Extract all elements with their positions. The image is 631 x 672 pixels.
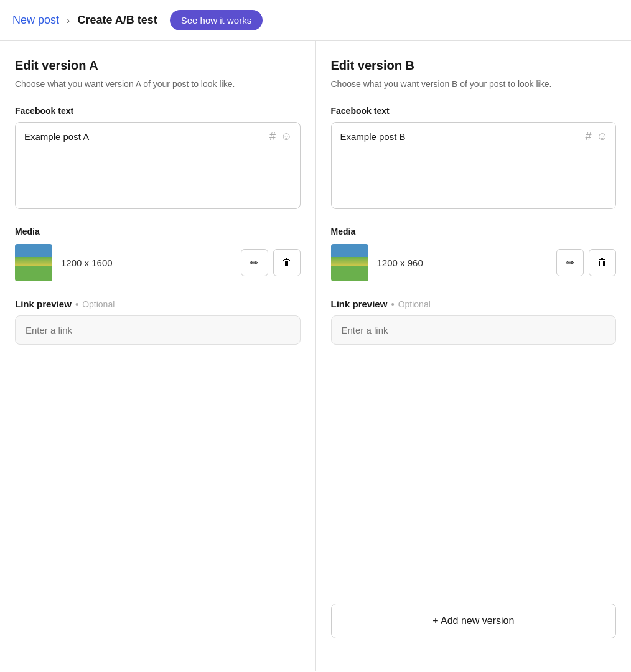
version-b-title: Edit version B [331, 58, 617, 73]
version-a-thumbnail [15, 244, 52, 281]
main-content: Edit version A Choose what you want vers… [0, 41, 631, 671]
version-a-facebook-label: Facebook text [15, 106, 301, 116]
emoji-icon[interactable]: ☺ [281, 130, 292, 143]
version-a-delete-button[interactable]: 🗑 [273, 249, 301, 276]
version-a-link-input[interactable] [15, 315, 301, 345]
version-b-thumbnail [331, 244, 368, 281]
version-a-dimensions: 1200 x 1600 [61, 258, 232, 268]
version-a-panel: Edit version A Choose what you want vers… [0, 41, 316, 671]
edit-icon: ✏ [250, 257, 258, 269]
version-b-facebook-label: Facebook text [331, 106, 617, 116]
breadcrumb-separator: › [67, 15, 70, 26]
version-b-thumb-image [331, 244, 368, 281]
emoji-icon-b[interactable]: ☺ [597, 130, 608, 143]
version-b-content: Edit version B Choose what you want vers… [331, 58, 617, 604]
link-optional-text-b: Optional [398, 299, 431, 309]
version-a-media-section: Media 1200 x 1600 ✏ 🗑 [15, 226, 301, 281]
version-a-link-label: Link preview • Optional [15, 299, 301, 309]
version-a-text-icons: # ☺ [269, 130, 292, 143]
see-how-button[interactable]: See how it works [170, 10, 263, 30]
version-b-media-row: 1200 x 960 ✏ 🗑 [331, 244, 617, 281]
link-preview-text-b: Link preview [331, 299, 388, 309]
version-a-media-row: 1200 x 1600 ✏ 🗑 [15, 244, 301, 281]
link-dot: • [75, 299, 78, 309]
edit-icon-b: ✏ [566, 257, 574, 269]
version-b-link-label: Link preview • Optional [331, 299, 617, 309]
add-version-button[interactable]: + Add new version [331, 604, 617, 638]
link-optional-text: Optional [82, 299, 115, 309]
page-title: Create A/B test [77, 14, 157, 27]
version-b-link-preview: Link preview • Optional [331, 299, 617, 345]
header: New post › Create A/B test See how it wo… [0, 0, 631, 41]
version-b-text-icons: # ☺ [586, 130, 608, 143]
version-a-text-content: Example post A [24, 130, 269, 144]
version-b-link-input[interactable] [331, 315, 617, 345]
trash-icon: 🗑 [282, 257, 292, 268]
version-a-edit-button[interactable]: ✏ [241, 249, 268, 276]
version-a-media-actions: ✏ 🗑 [241, 249, 301, 276]
hash-icon[interactable]: # [269, 130, 276, 143]
version-b-media-label: Media [331, 226, 617, 236]
version-b-edit-button[interactable]: ✏ [556, 249, 584, 276]
version-a-link-preview: Link preview • Optional [15, 299, 301, 345]
version-a-title: Edit version A [15, 58, 301, 73]
link-preview-text: Link preview [15, 299, 72, 309]
version-b-text-content: Example post B [340, 130, 585, 144]
version-b-text-area[interactable]: Example post B # ☺ [331, 122, 617, 209]
version-a-text-area[interactable]: Example post A # ☺ [15, 122, 301, 209]
version-b-delete-button[interactable]: 🗑 [589, 249, 616, 276]
version-a-subtitle: Choose what you want version A of your p… [15, 78, 301, 91]
new-post-link[interactable]: New post [12, 14, 59, 27]
version-b-panel: Edit version B Choose what you want vers… [316, 41, 632, 671]
version-b-subtitle: Choose what you want version B of your p… [331, 78, 617, 91]
version-b-dimensions: 1200 x 960 [377, 258, 548, 268]
version-b-media-actions: ✏ 🗑 [556, 249, 616, 276]
trash-icon-b: 🗑 [597, 257, 607, 268]
link-dot-b: • [391, 299, 394, 309]
hash-icon-b[interactable]: # [586, 130, 592, 143]
version-b-media-section: Media 1200 x 960 ✏ 🗑 [331, 226, 617, 281]
version-a-media-label: Media [15, 226, 301, 236]
version-b-footer: + Add new version [331, 604, 617, 653]
version-a-thumb-image [15, 244, 52, 281]
